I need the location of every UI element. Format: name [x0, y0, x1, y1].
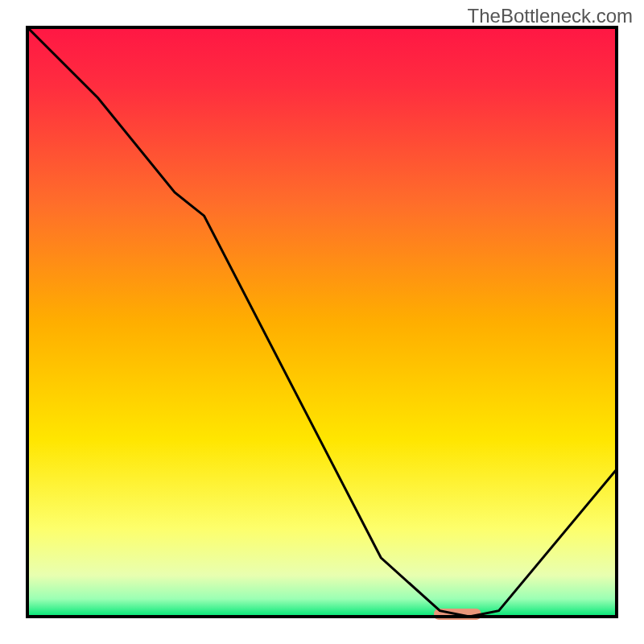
- bottleneck-chart: TheBottleneck.com: [0, 0, 644, 644]
- chart-svg: [0, 0, 644, 644]
- plot-background: [27, 27, 617, 617]
- watermark-text: TheBottleneck.com: [468, 5, 633, 27]
